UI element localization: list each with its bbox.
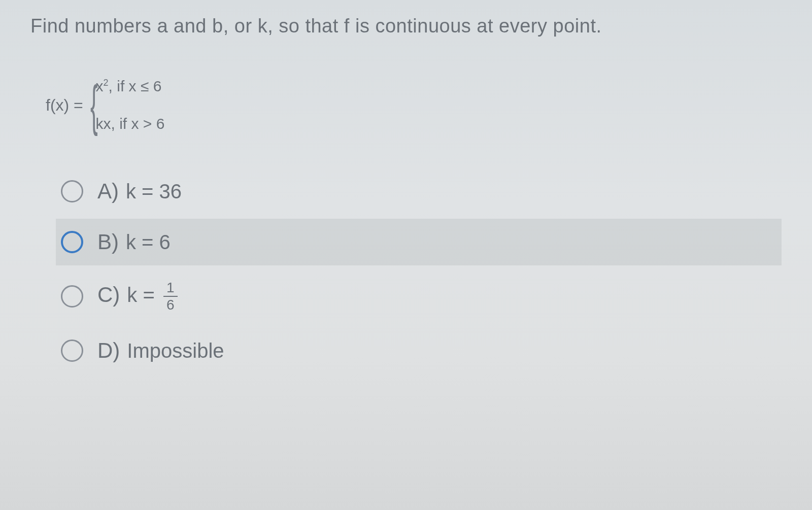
piece-2: kx, if x > 6 — [96, 115, 165, 132]
option-a-value: k = 36 — [126, 180, 182, 203]
option-c-label: C) k = 1 6 — [97, 281, 178, 312]
brace-icon: { — [90, 85, 98, 125]
option-b-value: k = 6 — [126, 231, 171, 254]
fraction-icon: 1 6 — [163, 281, 178, 312]
option-b-label: B) k = 6 — [97, 230, 171, 254]
piece-1: x2, if x ≤ 6 — [96, 78, 165, 95]
fraction-denominator: 6 — [163, 297, 178, 312]
function-definition: f(x) = { x2, if x ≤ 6 kx, if x > 6 — [46, 78, 782, 132]
option-b[interactable]: B) k = 6 — [56, 219, 782, 265]
option-d-value: Impossible — [127, 339, 224, 362]
question-text: Find numbers a and b, or k, so that f is… — [30, 15, 782, 37]
radio-c[interactable] — [61, 285, 83, 308]
option-c-letter: C) — [97, 283, 120, 307]
option-a-label: A) k = 36 — [97, 179, 182, 203]
option-d-label: D) Impossible — [97, 338, 224, 363]
option-d-letter: D) — [97, 338, 120, 363]
option-b-letter: B) — [97, 230, 119, 254]
option-d[interactable]: D) Impossible — [56, 327, 782, 374]
radio-d[interactable] — [61, 339, 83, 362]
function-label: f(x) = — [46, 96, 83, 115]
options-container: A) k = 36 B) k = 6 C) k = 1 6 D) Impo — [56, 168, 782, 374]
option-a[interactable]: A) k = 36 — [56, 168, 782, 215]
radio-b[interactable] — [61, 231, 83, 253]
piece2-cond: , if x > 6 — [111, 115, 165, 132]
piecewise-container: x2, if x ≤ 6 kx, if x > 6 — [96, 78, 165, 132]
option-c-prefix: k = — [127, 284, 160, 306]
option-c[interactable]: C) k = 1 6 — [56, 269, 782, 323]
option-a-letter: A) — [97, 179, 119, 203]
piece1-cond: , if x ≤ 6 — [109, 78, 162, 94]
piece2-expr: kx — [96, 115, 111, 132]
piece1-sup: 2 — [104, 78, 109, 88]
fraction-numerator: 1 — [163, 281, 178, 297]
option-c-value: k = 1 6 — [127, 281, 177, 312]
radio-a[interactable] — [61, 180, 83, 202]
